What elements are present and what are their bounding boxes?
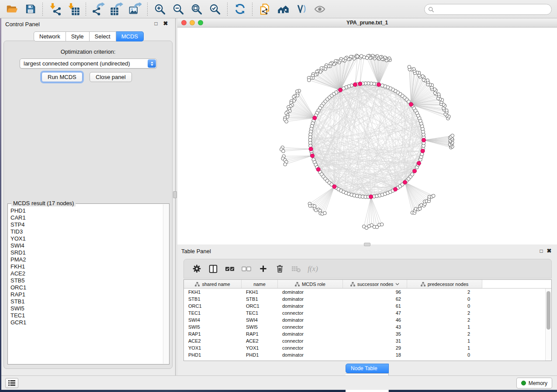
optimization-criterion-select[interactable]: largest connected component (undirected) (20, 58, 157, 69)
table-row[interactable]: PHD1PHD1dominator180 (184, 351, 545, 358)
genemania-icon[interactable] (275, 2, 291, 17)
table-row[interactable]: ACE2ACE2connector311 (184, 337, 545, 344)
save-session-icon[interactable] (22, 2, 38, 17)
import-table-icon[interactable] (66, 2, 81, 17)
zoom-fit-icon[interactable] (189, 2, 204, 17)
result-item[interactable]: GCR1 (10, 319, 162, 326)
table-row[interactable]: SWI5SWI5connector431 (184, 323, 545, 330)
table-panel-title: Table Panel (177, 248, 211, 254)
result-item[interactable]: TID3 (10, 228, 162, 235)
horizontal-splitter-grip[interactable] (364, 243, 370, 246)
mcds-result-list[interactable]: PHD1CAR1STP4TID3YOX1SWI4SRD1PMA2FKH1ACE2… (8, 207, 162, 363)
result-item[interactable]: FKH1 (10, 263, 162, 270)
export-network-icon[interactable] (90, 2, 106, 17)
result-item[interactable]: RAP1 (10, 291, 162, 298)
network-graph-canvas[interactable] (177, 28, 557, 244)
result-item[interactable]: YOX1 (10, 235, 162, 242)
table-row[interactable]: FKH1FKH1dominator962 (184, 289, 545, 296)
cell-shared_name: SWI4 (184, 317, 242, 323)
cell-predecessor_nodes: 0 (407, 352, 476, 358)
vizmapper-icon[interactable] (294, 2, 309, 17)
status-bar: Memory (1, 375, 557, 390)
column-header-predecessor-nodes[interactable]: predecessor nodes (407, 280, 482, 288)
select-value: largest connected component (undirected) (20, 60, 148, 67)
main-toolbar (0, 0, 557, 18)
result-item[interactable]: PMA2 (10, 256, 162, 263)
clone-network-icon[interactable] (257, 2, 273, 17)
cell-shared_name: SWI5 (184, 324, 242, 330)
result-item[interactable]: SWI4 (10, 242, 162, 249)
memory-button[interactable]: Memory (516, 378, 552, 389)
run-mcds-button[interactable]: Run MCDS (42, 72, 83, 82)
result-item[interactable]: ACE2 (10, 270, 162, 277)
tab-network[interactable]: Network (34, 31, 66, 41)
cell-shared_name: ORC1 (184, 303, 242, 309)
result-item[interactable]: STB5 (10, 277, 162, 284)
refresh-view-icon[interactable] (232, 2, 248, 17)
table-row[interactable]: SWI4SWI4dominator462 (184, 316, 545, 323)
result-item[interactable]: SRD1 (10, 249, 162, 256)
result-item[interactable]: STP4 (10, 221, 162, 228)
network-window-titlebar[interactable]: YPA_prune.txt_1 (177, 18, 557, 28)
result-scrollbar[interactable] (163, 204, 169, 364)
table-row[interactable]: YOX1YOX1connector291 (184, 344, 545, 351)
select-all-icon[interactable] (222, 262, 237, 275)
result-item[interactable]: SWI5 (10, 305, 162, 312)
result-item[interactable]: ORC1 (10, 284, 162, 291)
close-panel-button[interactable]: Close panel (90, 72, 132, 82)
float-panel-icon[interactable]: □ (152, 20, 159, 27)
cell-name: YOX1 (242, 345, 278, 351)
open-file-icon[interactable] (4, 2, 20, 17)
table-row[interactable]: ORC1ORC1dominator610 (184, 303, 545, 309)
column-header-successor-nodes[interactable]: successor nodes (343, 280, 407, 288)
add-column-icon[interactable] (256, 262, 270, 275)
vertical-splitter-grip[interactable] (173, 191, 177, 198)
zoom-in-icon[interactable] (152, 2, 168, 17)
tab-style[interactable]: Style (66, 31, 90, 41)
delete-column-icon[interactable] (272, 262, 287, 275)
table-row[interactable]: RAP1RAP1dominator352 (184, 330, 545, 337)
search-input[interactable] (434, 6, 548, 13)
node-table: shared namenameMCDS rolesuccessor nodesp… (183, 279, 552, 361)
cell-name: STB1 (242, 296, 278, 302)
cell-successor_nodes: 43 (343, 324, 407, 330)
table-row[interactable]: TEC1TEC1connector472 (184, 309, 545, 316)
task-history-button[interactable] (5, 378, 18, 388)
cell-shared_name: STB1 (184, 296, 242, 302)
column-header-shared-name[interactable]: shared name (184, 280, 242, 288)
float-table-panel-icon[interactable]: □ (538, 248, 545, 254)
table-scrollbar-thumb[interactable] (547, 291, 550, 330)
result-item[interactable]: PHD1 (10, 207, 162, 214)
tab-node-table[interactable]: Node Table (346, 364, 389, 373)
cell-name: ORC1 (242, 303, 278, 309)
select-stepper-icon (148, 59, 156, 68)
cell-successor_nodes: 96 (343, 289, 407, 295)
close-panel-icon[interactable]: ✖ (162, 20, 169, 27)
tab-select[interactable]: Select (90, 31, 116, 41)
zoom-out-icon[interactable] (170, 2, 186, 17)
import-network-icon[interactable] (47, 2, 63, 17)
result-item[interactable]: CAR1 (10, 214, 162, 221)
close-table-panel-icon[interactable]: ✖ (546, 248, 553, 254)
table-scrollbar[interactable] (545, 289, 551, 361)
cell-mcds_role: dominator (278, 303, 343, 309)
zoom-selected-icon[interactable] (207, 2, 223, 17)
gear-icon[interactable] (189, 262, 204, 275)
cell-successor_nodes: 62 (343, 296, 407, 302)
show-hide-icon[interactable] (312, 2, 328, 17)
toolbar-icons (3, 2, 329, 17)
search-box[interactable] (424, 4, 552, 15)
result-item[interactable]: STB1 (10, 298, 162, 305)
export-image-icon[interactable] (127, 2, 143, 17)
column-header-name[interactable]: name (242, 280, 278, 288)
tab-mcds[interactable]: MCDS (116, 31, 144, 41)
deselect-all-icon[interactable] (239, 262, 254, 275)
toolbar-separator (42, 3, 43, 16)
mcds-tab-content: Optimization criterion: largest connecte… (3, 41, 173, 369)
column-header-MCDS-role[interactable]: MCDS role (278, 280, 343, 288)
table-row[interactable]: STB1STB1dominator620 (184, 296, 545, 303)
result-item[interactable]: TEC1 (10, 312, 162, 319)
export-table-icon[interactable] (109, 2, 125, 17)
split-panel-icon[interactable] (206, 262, 221, 275)
cell-predecessor_nodes: 0 (407, 296, 476, 302)
